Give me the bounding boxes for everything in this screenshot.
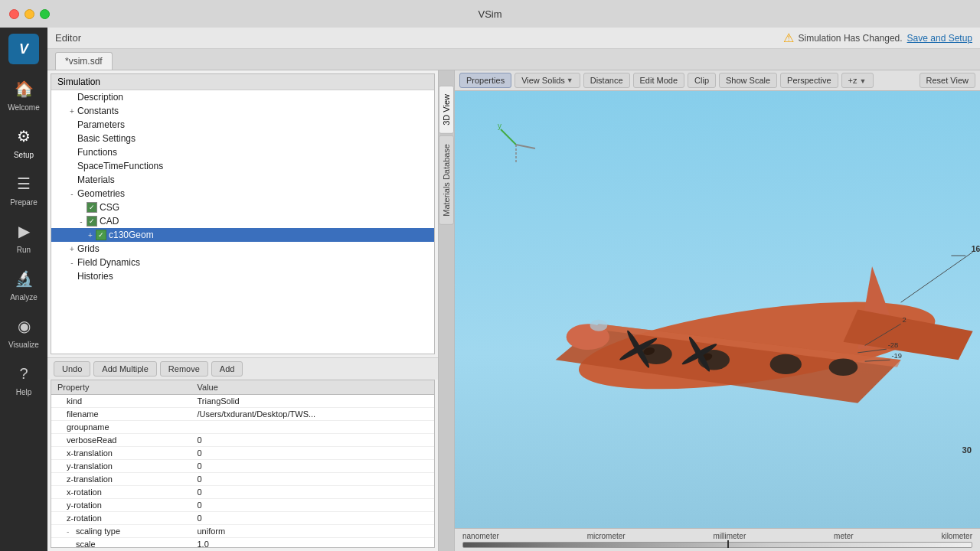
table-row[interactable]: y-translation0 <box>51 460 434 473</box>
svg-point-20 <box>590 320 608 331</box>
tree-item-label: Geometries <box>77 188 434 199</box>
titlebar: VSim <box>0 0 980 28</box>
svg-text:16: 16 <box>972 245 980 253</box>
table-row[interactable]: filename/Users/txdurant/Desktop/TWS... <box>51 408 434 421</box>
notification-bar: ⚠ Simulation Has Changed. Save and Setup <box>783 31 972 45</box>
property-cell: kind <box>51 395 191 408</box>
tree-item-basic-settings[interactable]: Basic Settings <box>51 132 434 145</box>
tab-bar: *vsim.sdf <box>47 49 980 70</box>
tree-checkbox[interactable]: ✓ <box>87 216 97 227</box>
property-cell: z-translation <box>51 473 191 486</box>
expand-icon[interactable]: - <box>67 527 76 536</box>
maximize-button[interactable] <box>40 9 50 19</box>
tree-item-csg[interactable]: ✓ CSG <box>51 201 434 214</box>
reset-view-button[interactable]: Reset View <box>920 73 975 88</box>
table-row[interactable]: verboseRead0 <box>51 434 434 447</box>
tree-item-label: Constants <box>77 106 434 116</box>
view-solids-button[interactable]: View Solids ▼ <box>514 73 580 88</box>
tree-item-label: SpaceTimeFunctions <box>77 161 434 171</box>
tree-item-cad[interactable]: - ✓ CAD <box>51 214 434 228</box>
clip-button[interactable]: Clip <box>688 73 716 88</box>
show-scale-button[interactable]: Show Scale <box>719 73 777 88</box>
side-tab-materials-db[interactable]: Materials Database <box>439 135 454 225</box>
tree-item-histories[interactable]: Histories <box>51 269 434 283</box>
value-cell: 0 <box>191 512 435 525</box>
side-tab-3d-view[interactable]: 3D View <box>439 86 454 134</box>
edit-mode-button[interactable]: Edit Mode <box>633 73 685 88</box>
tree-item-constants[interactable]: + Constants <box>51 104 434 118</box>
add-multiple-button[interactable]: Add Multiple <box>93 361 157 377</box>
property-cell: -scaling type <box>51 525 191 538</box>
sidebar-item-label: Prepare <box>10 198 38 207</box>
sidebar-item-label: Visualize <box>8 341 39 349</box>
tree-item-label: Materials <box>77 174 434 185</box>
tab-vsim-sdf[interactable]: *vsim.sdf <box>55 52 113 70</box>
axis-button[interactable]: +z ▼ <box>841 73 874 88</box>
warning-icon: ⚠ <box>783 31 794 45</box>
undo-button[interactable]: Undo <box>54 361 90 377</box>
tree-item-label: Histories <box>77 271 434 282</box>
expand-icon: + <box>67 107 77 116</box>
tree-item-spacetimefunctions[interactable]: SpaceTimeFunctions <box>51 159 434 173</box>
sidebar: V 🏠 Welcome ⚙ Setup ☰ Prepare ▶ Run 🔬 An… <box>0 28 47 551</box>
table-row[interactable]: z-translation0 <box>51 473 434 486</box>
close-button[interactable] <box>9 9 19 19</box>
tree-toolbar: Undo Add Multiple Remove Add <box>47 357 438 380</box>
scale-labels: nanometer micrometer millimeter meter ki… <box>462 532 972 540</box>
tree-item-geometries[interactable]: - Geometries <box>51 187 434 201</box>
table-row[interactable]: groupname <box>51 421 434 434</box>
sidebar-item-welcome[interactable]: 🏠 Welcome <box>0 70 47 118</box>
save-setup-button[interactable]: Save and Setup <box>907 33 972 44</box>
value-col-header: Value <box>191 380 435 395</box>
tree-item-label: c130Geom <box>109 230 434 240</box>
expand-icon: - <box>67 190 77 198</box>
tree-item-description[interactable]: Description <box>51 90 434 104</box>
add-button[interactable]: Add <box>211 361 243 377</box>
sidebar-item-setup[interactable]: ⚙ Setup <box>0 118 47 165</box>
tree-item-c130geom[interactable]: + ✓ c130Geom <box>51 228 434 242</box>
value-cell <box>191 421 435 434</box>
tree-checkbox[interactable]: ✓ <box>96 230 106 240</box>
sidebar-item-analyze[interactable]: 🔬 Analyze <box>0 260 47 308</box>
tree-item-functions[interactable]: Functions <box>51 145 434 159</box>
airplane-view: 16 2 -28 -19 30 <box>455 91 980 528</box>
svg-text:2: 2 <box>903 315 906 324</box>
tree-item-grids[interactable]: + Grids <box>51 242 434 256</box>
svg-text:-28: -28 <box>888 341 899 349</box>
viewport[interactable]: y <box>455 91 980 528</box>
sidebar-item-label: Analyze <box>10 293 38 302</box>
minimize-button[interactable] <box>24 9 34 19</box>
analyze-icon: 🔬 <box>11 266 36 291</box>
editor-title: Editor <box>55 32 81 44</box>
value-cell: 0 <box>191 434 435 447</box>
tree-item-parameters[interactable]: Parameters <box>51 118 434 132</box>
window-title: VSim <box>478 8 501 20</box>
property-cell: y-rotation <box>51 499 191 512</box>
table-row[interactable]: z-rotation0 <box>51 512 434 525</box>
expand-icon: + <box>67 245 77 253</box>
tree-item-label: CSG <box>100 202 434 213</box>
properties-button[interactable]: Properties <box>459 73 511 88</box>
table-row[interactable]: x-translation0 <box>51 447 434 460</box>
table-row[interactable]: scale1.0 <box>51 538 434 549</box>
perspective-button[interactable]: Perspective <box>780 73 838 88</box>
distance-button[interactable]: Distance <box>583 73 630 88</box>
scale-bar[interactable] <box>462 542 972 548</box>
property-cell: z-rotation <box>51 512 191 525</box>
table-row[interactable]: y-rotation0 <box>51 499 434 512</box>
sidebar-item-label: Setup <box>14 151 34 159</box>
table-row[interactable]: kindTriangSolid <box>51 395 434 408</box>
table-row[interactable]: x-rotation0 <box>51 486 434 499</box>
sidebar-item-help[interactable]: ? Help <box>0 355 47 403</box>
tree-item-label: CAD <box>100 216 434 227</box>
sidebar-item-prepare[interactable]: ☰ Prepare <box>0 165 47 213</box>
svg-line-21 <box>901 252 973 302</box>
tree-item-materials[interactable]: Materials <box>51 173 434 187</box>
tree-checkbox[interactable]: ✓ <box>87 202 97 213</box>
sidebar-item-visualize[interactable]: ◉ Visualize <box>0 308 47 355</box>
remove-button[interactable]: Remove <box>160 361 208 377</box>
properties-body: kindTriangSolidfilename/Users/txdurant/D… <box>51 395 434 549</box>
table-row[interactable]: -scaling typeuniform <box>51 525 434 538</box>
sidebar-item-run[interactable]: ▶ Run <box>0 213 47 260</box>
tree-item-field-dynamics[interactable]: - Field Dynamics <box>51 256 434 269</box>
